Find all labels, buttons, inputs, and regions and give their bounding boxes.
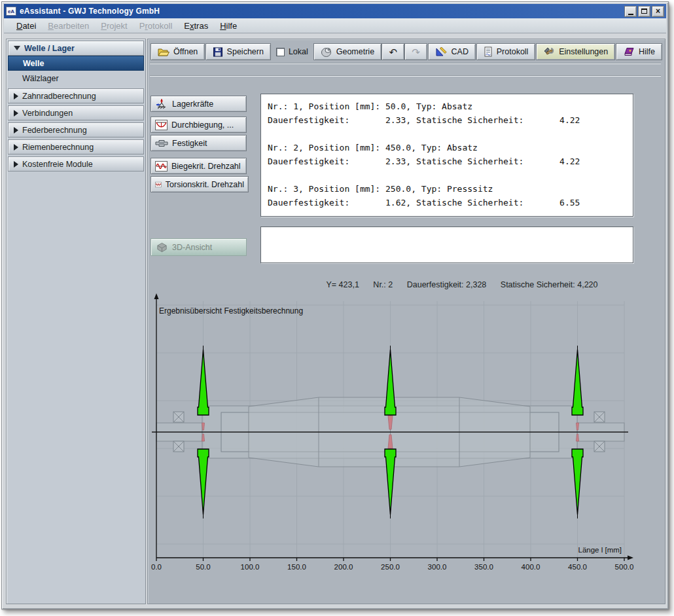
folder-open-icon <box>158 47 169 57</box>
cube-3d-icon <box>156 242 168 253</box>
torsion-critical-speed-button[interactable]: Torsionskrit. Drehzahl <box>151 176 249 192</box>
save-button[interactable]: Speichern <box>205 43 271 60</box>
cad-drawing-icon <box>435 46 448 57</box>
svg-text:250.0: 250.0 <box>381 563 400 571</box>
menu-item-extras[interactable]: Extras <box>178 19 214 33</box>
open-button[interactable]: Öffnen <box>151 43 205 60</box>
sidebar-group-welle-lager[interactable]: Welle / Lager <box>8 41 144 56</box>
titlebar[interactable]: eA eAssistant - GWJ Technology GmbH × <box>4 4 666 18</box>
deflection-curve-icon <box>155 120 168 130</box>
y-axis-arrow-icon <box>154 293 159 299</box>
bending-wave-icon <box>155 161 168 172</box>
local-checkbox[interactable] <box>276 48 285 56</box>
sidebar-item-waelzlager[interactable]: Wälzlager <box>8 71 144 86</box>
expand-arrow-icon <box>14 110 18 117</box>
menu-item-protokoll: Protokoll <box>133 19 179 33</box>
svg-text:350.0: 350.0 <box>474 563 493 571</box>
strength-button[interactable]: Festigkeit <box>151 135 247 151</box>
floppy-disk-icon <box>213 47 223 57</box>
expand-arrow-icon <box>14 144 18 151</box>
screen: eA eAssistant - GWJ Technology GmbH × Da… <box>0 0 674 616</box>
svg-text:0.0: 0.0 <box>151 563 162 571</box>
shaft-geometry-icon <box>321 46 332 58</box>
sidebar-group-verbindungen[interactable]: Verbindungen <box>8 105 144 120</box>
menu-item-bearbeiten: Bearbeiten <box>42 19 95 33</box>
svg-text:150.0: 150.0 <box>287 563 306 571</box>
sidebar-group-zahnradberechnung[interactable]: Zahnradberechnung <box>8 88 144 103</box>
minimize-icon <box>628 14 633 15</box>
shaft-profile-icon <box>155 139 168 148</box>
view-3d-button: 3D-Ansicht <box>151 238 247 256</box>
strength-overview-chart[interactable]: Ergebnisübersicht Festigkeitsberechnung … <box>148 293 665 581</box>
svg-text:450.0: 450.0 <box>568 563 587 571</box>
svg-text:200.0: 200.0 <box>334 563 353 571</box>
sidebar-group-kostenfreie-module[interactable]: Kostenfreie Module <box>8 156 144 172</box>
status-fatigue: Dauerfestigkeit: 2,328 <box>407 280 487 289</box>
expand-arrow-icon <box>14 93 18 100</box>
expand-arrow-icon <box>14 127 18 134</box>
tools-icon <box>543 46 555 57</box>
deflection-button[interactable]: Durchbiegung, ... <box>151 117 247 133</box>
collapse-arrow-icon <box>14 46 20 50</box>
sidebar-item-welle[interactable]: Welle <box>8 56 144 71</box>
svg-text:300.0: 300.0 <box>428 563 447 571</box>
bearing-support-icon <box>155 98 168 110</box>
settings-button[interactable]: Einstellungen <box>536 43 615 60</box>
bearing-icon <box>173 412 184 422</box>
x-axis-tick-labels: 0.0 50.0 100.0 150.0 200.0 250.0 300.0 3… <box>151 563 633 571</box>
geometry-button[interactable]: Geometrie <box>313 43 381 60</box>
results-text: Nr.: 1, Position [mm]: 50.0, Typ: Absatz… <box>261 94 633 215</box>
toolbar: Öffnen Speichern Lokal Geometrie ↶ ↷ <box>151 43 662 61</box>
sidebar-group-federberechnung[interactable]: Federberechnung <box>8 122 144 137</box>
torsion-wave-icon <box>155 179 162 190</box>
close-button[interactable]: × <box>652 6 664 17</box>
svg-text:500.0: 500.0 <box>615 563 634 571</box>
sidebar: Welle / Lager Welle Wälzlager Zahnradber… <box>6 39 146 604</box>
expand-arrow-icon <box>14 161 18 168</box>
svg-text:100.0: 100.0 <box>241 563 260 571</box>
application-window: eA eAssistant - GWJ Technology GmbH × Da… <box>1 1 669 609</box>
undo-button[interactable]: ↶ <box>381 43 404 60</box>
menu-item-hilfe[interactable]: Hilfe <box>214 19 243 33</box>
cad-button[interactable]: CAD <box>428 43 476 60</box>
menubar: Datei Bearbeiten Projekt Protokoll Extra… <box>4 18 666 33</box>
status-nr: Nr.: 2 <box>373 280 393 289</box>
status-y-value: Y= 423,1 <box>326 280 359 289</box>
bearing-icon <box>173 441 184 452</box>
local-checkbox-label: Lokal <box>289 47 308 56</box>
svg-text:50.0: 50.0 <box>196 563 210 571</box>
x-axis-label: Länge l [mm] <box>578 546 622 554</box>
protocol-button[interactable]: Protokoll <box>476 43 536 60</box>
book-icon <box>623 46 635 57</box>
toolbar-separator <box>150 63 661 64</box>
sidebar-group-riemenberechnung[interactable]: Riemenberechnung <box>8 139 144 154</box>
status-static-safety: Statische Sicherheit: 4,220 <box>501 280 598 289</box>
menu-item-projekt: Projekt <box>95 19 133 33</box>
menu-item-datei[interactable]: Datei <box>10 19 42 33</box>
bearing-icon <box>594 412 605 422</box>
bearing-icon <box>594 441 605 452</box>
message-textarea[interactable] <box>260 226 633 263</box>
redo-button[interactable]: ↷ <box>404 43 427 60</box>
local-checkbox-group: Lokal <box>272 47 312 56</box>
maximize-button[interactable] <box>638 6 650 17</box>
maximize-icon <box>641 9 647 14</box>
chart-title: Ergebnisübersicht Festigkeitsberechnung <box>159 306 303 316</box>
close-icon: × <box>656 7 660 15</box>
redo-icon: ↷ <box>412 47 420 57</box>
main-panel: Öffnen Speichern Lokal Geometrie ↶ ↷ <box>147 39 665 604</box>
minimize-button[interactable] <box>624 6 637 17</box>
undo-icon: ↶ <box>389 47 397 57</box>
document-icon <box>484 46 493 57</box>
svg-text:400.0: 400.0 <box>522 563 541 571</box>
bearing-forces-button[interactable]: Lagerkräfte <box>151 96 247 112</box>
x-axis-arrow-icon <box>628 556 633 560</box>
results-textarea[interactable]: Nr.: 1, Position [mm]: 50.0, Typ: Absatz… <box>260 94 633 217</box>
help-button[interactable]: Hilfe <box>616 43 662 60</box>
content-separator <box>150 75 661 77</box>
window-title: eAssistant - GWJ Technology GmbH <box>20 7 160 16</box>
bending-critical-speed-button[interactable]: Biegekrit. Drehzahl <box>151 158 247 174</box>
app-icon: eA <box>6 7 16 16</box>
chart-status-line: Y= 423,1 Nr.: 2 Dauerfestigkeit: 2,328 S… <box>266 280 658 289</box>
